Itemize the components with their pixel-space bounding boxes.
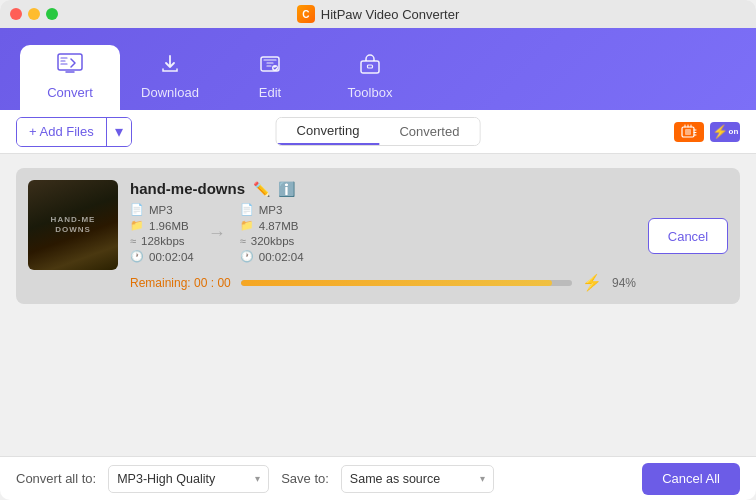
tab-convert[interactable]: Convert xyxy=(20,45,120,110)
cancel-button[interactable]: Cancel xyxy=(648,218,728,254)
target-format: MP3 xyxy=(259,204,283,216)
file-item: HAND-ME DOWNS hand-me-downs ✏️ ℹ️ 📄 MP3 … xyxy=(16,168,740,304)
svg-rect-3 xyxy=(361,61,379,73)
target-format-line: 📄 MP3 xyxy=(240,203,304,216)
toolbar: + Add Files ▾ Converting Converted ⚡ on xyxy=(0,110,756,154)
edit-icon xyxy=(259,53,281,81)
bitrate-icon: ≈ xyxy=(130,235,136,247)
file-details: hand-me-downs ✏️ ℹ️ 📄 MP3 📁 1.96MB ≈ xyxy=(130,180,636,292)
target-duration-icon: 🕐 xyxy=(240,250,254,263)
toolbox-icon xyxy=(359,53,381,81)
target-size-line: 📁 4.87MB xyxy=(240,219,304,232)
source-bitrate-line: ≈ 128kbps xyxy=(130,235,194,247)
source-format-block: 📄 MP3 📁 1.96MB ≈ 128kbps 🕐 00:02:04 xyxy=(130,203,194,263)
tab-download[interactable]: Download xyxy=(120,45,220,110)
toolbar-right: ⚡ on xyxy=(674,122,740,142)
svg-rect-4 xyxy=(368,65,373,68)
file-icon: 📄 xyxy=(130,203,144,216)
source-size: 1.96MB xyxy=(149,220,189,232)
conversion-row: 📄 MP3 📁 1.96MB ≈ 128kbps 🕐 00:02:04 xyxy=(130,203,636,263)
download-tab-label: Download xyxy=(141,85,199,100)
add-files-label[interactable]: + Add Files xyxy=(17,118,107,146)
turbo-icon[interactable]: ⚡ on xyxy=(710,122,740,142)
convert-all-value: MP3-High Quality xyxy=(117,472,215,486)
target-bitrate: 320kbps xyxy=(251,235,294,247)
tab-toolbox[interactable]: Toolbox xyxy=(320,45,420,110)
svg-rect-0 xyxy=(58,54,82,70)
duration-icon: 🕐 xyxy=(130,250,144,263)
save-to-arrow: ▾ xyxy=(480,473,485,484)
size-icon: 📁 xyxy=(130,219,144,232)
target-file-icon: 📄 xyxy=(240,203,254,216)
info-icon[interactable]: ℹ️ xyxy=(278,181,295,197)
file-name: hand-me-downs xyxy=(130,180,245,197)
tab-edit[interactable]: Edit xyxy=(220,45,320,110)
target-bitrate-line: ≈ 320kbps xyxy=(240,235,304,247)
toolbox-tab-label: Toolbox xyxy=(348,85,393,100)
bottom-bar: Convert all to: MP3-High Quality ▾ Save … xyxy=(0,456,756,500)
maximize-button[interactable] xyxy=(46,8,58,20)
converted-tab[interactable]: Converted xyxy=(379,118,479,145)
target-duration-line: 🕐 00:02:04 xyxy=(240,250,304,263)
progress-bar xyxy=(241,280,572,286)
save-to-value: Same as source xyxy=(350,472,440,486)
title-bar: C HitPaw Video Converter xyxy=(0,0,756,28)
target-bitrate-icon: ≈ xyxy=(240,235,246,247)
source-format-line: 📄 MP3 xyxy=(130,203,194,216)
close-button[interactable] xyxy=(10,8,22,20)
target-format-block: 📄 MP3 📁 4.87MB ≈ 320kbps 🕐 00:02:04 xyxy=(240,203,304,263)
source-format: MP3 xyxy=(149,204,173,216)
cancel-all-button[interactable]: Cancel All xyxy=(642,463,740,495)
remaining-text: Remaining: 00 : 00 xyxy=(130,276,231,290)
file-name-row: hand-me-downs ✏️ ℹ️ xyxy=(130,180,636,197)
progress-fill xyxy=(241,280,552,286)
source-duration: 00:02:04 xyxy=(149,251,194,263)
window-controls xyxy=(10,8,58,20)
convert-tab-label: Convert xyxy=(47,85,93,100)
thumbnail-text: HAND-ME DOWNS xyxy=(51,215,96,236)
percent-text: 94% xyxy=(612,276,636,290)
source-bitrate: 128kbps xyxy=(141,235,184,247)
source-duration-line: 🕐 00:02:04 xyxy=(130,250,194,263)
app-logo: C xyxy=(297,5,315,23)
target-size-icon: 📁 xyxy=(240,219,254,232)
nav-bar: Convert Download Edit xyxy=(0,28,756,110)
convert-all-arrow: ▾ xyxy=(255,473,260,484)
gpu-icon[interactable] xyxy=(674,122,704,142)
add-files-dropdown[interactable]: ▾ xyxy=(107,118,131,146)
convert-all-select[interactable]: MP3-High Quality ▾ xyxy=(108,465,269,493)
progress-row: Remaining: 00 : 00 ⚡ 94% xyxy=(130,273,636,292)
convert-icon xyxy=(57,53,83,81)
svg-rect-6 xyxy=(685,129,691,135)
target-duration: 00:02:04 xyxy=(259,251,304,263)
minimize-button[interactable] xyxy=(28,8,40,20)
target-size: 4.87MB xyxy=(259,220,299,232)
save-to-label: Save to: xyxy=(281,471,329,486)
save-to-select[interactable]: Same as source ▾ xyxy=(341,465,494,493)
thumbnail-image: HAND-ME DOWNS xyxy=(28,180,118,270)
convert-all-label: Convert all to: xyxy=(16,471,96,486)
speed-icon: ⚡ xyxy=(582,273,602,292)
arrow-right-icon: → xyxy=(208,223,226,244)
converting-tab[interactable]: Converting xyxy=(277,118,380,145)
file-thumbnail: HAND-ME DOWNS xyxy=(28,180,118,270)
app-title: C HitPaw Video Converter xyxy=(297,5,460,23)
main-content: HAND-ME DOWNS hand-me-downs ✏️ ℹ️ 📄 MP3 … xyxy=(0,154,756,456)
source-size-line: 📁 1.96MB xyxy=(130,219,194,232)
edit-name-icon[interactable]: ✏️ xyxy=(253,181,270,197)
download-icon xyxy=(159,53,181,81)
edit-tab-label: Edit xyxy=(259,85,281,100)
status-switcher: Converting Converted xyxy=(276,117,481,146)
add-files-button[interactable]: + Add Files ▾ xyxy=(16,117,132,147)
